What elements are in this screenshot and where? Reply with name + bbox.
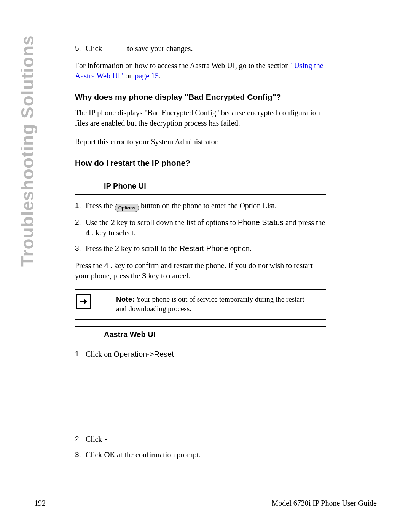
body-text: Click — [86, 44, 104, 53]
body-text: to save your changes. — [127, 44, 193, 53]
divider — [75, 319, 326, 320]
body-text: Click — [86, 451, 104, 459]
paragraph: Press the 4 . key to confirm and restart… — [75, 260, 326, 281]
body-text: Click on — [86, 350, 113, 358]
list-item: 2. Click — [75, 434, 326, 444]
list-marker: 1. — [75, 349, 81, 359]
web-ui-steps: 1. Click on Operation->Reset — [75, 349, 326, 359]
section-bar-aastra-web-ui: Aastra Web UI — [75, 326, 326, 343]
list-item: 1. Press the Options button on the phone… — [75, 201, 326, 212]
body-text: Press the — [86, 244, 115, 252]
body-text: at the confirmation prompt. — [115, 451, 201, 459]
ui-label: Restart Phone — [180, 244, 228, 252]
divider — [75, 289, 326, 290]
list-item: 2. Use the 2 key to scroll down the list… — [75, 217, 326, 238]
body-text: For information on how to access the Aas… — [75, 61, 291, 70]
list-item: 1. Click on Operation->Reset — [75, 349, 326, 359]
heading-restart-ip-phone: How do I restart the IP phone? — [75, 158, 326, 168]
ip-phone-steps: 1. Press the Options button on the phone… — [75, 201, 326, 254]
body-text: Press the — [86, 201, 115, 210]
paragraph: For information on how to access the Aas… — [75, 61, 326, 81]
link-page-15[interactable]: page 15 — [135, 72, 159, 80]
body-text: Click — [86, 435, 104, 443]
step-list-continued: 5. Click to save your changes. — [75, 43, 326, 54]
section-title: Aastra Web UI — [95, 329, 155, 340]
body-text: Press the — [75, 261, 104, 270]
body-text: key to cancel. — [146, 272, 190, 280]
list-marker: 2. — [75, 434, 81, 444]
body-text: Use the — [86, 218, 111, 227]
list-marker: 1. — [75, 201, 81, 211]
body-text: . key to confirm and restart the phone. … — [75, 261, 313, 280]
ui-label: OK — [104, 451, 115, 459]
screenshot-placeholder — [75, 365, 326, 432]
arrow-right-icon — [76, 294, 91, 309]
body-text: key to scroll down the list of options t… — [115, 218, 238, 227]
heading-bad-encrypted-config: Why does my phone display "Bad Encrypted… — [75, 92, 326, 102]
section-bar-ip-phone-ui: IP Phone UI — [75, 178, 326, 195]
body-text: option. — [228, 244, 252, 252]
ui-label: Phone Status — [238, 218, 284, 227]
page-number: 192 — [34, 499, 46, 508]
list-marker: 3. — [75, 450, 81, 460]
list-marker: 3. — [75, 243, 81, 253]
note-text: Your phone is out of service temporarily… — [116, 295, 304, 313]
paragraph: Report this error to your System Adminis… — [75, 137, 326, 147]
section-title: IP Phone UI — [95, 181, 146, 191]
paragraph: The IP phone displays "Bad Encrypted Con… — [75, 108, 326, 128]
web-ui-steps-continued: 2. Click 3. Click OK at the confirmation… — [75, 434, 326, 460]
document-title: Model 6730i IP Phone User Guide — [272, 499, 377, 508]
body-text: . key to select. — [90, 228, 135, 237]
key-label: 2 — [115, 244, 119, 252]
side-section-label: Troubleshooting Solutions — [17, 35, 38, 267]
body-text: . — [159, 72, 161, 80]
page-content: 5. Click to save your changes. For infor… — [75, 41, 326, 465]
key-label: 4 — [86, 228, 90, 237]
key-label: 2 — [111, 218, 115, 227]
document-page: Troubleshooting Solutions 5. Click to sa… — [0, 0, 411, 532]
footer-rule — [34, 497, 377, 497]
body-text: on — [123, 72, 135, 80]
body-text: button on the phone to enter the Option … — [141, 201, 276, 210]
ui-label: Operation->Reset — [113, 350, 174, 358]
body-text: key to scroll to the — [119, 244, 180, 252]
body-text: and press the — [284, 218, 325, 227]
key-label: 3 — [142, 272, 146, 280]
list-item: 3. Click OK at the confirmation prompt. — [75, 450, 326, 460]
list-marker: 2. — [75, 217, 81, 227]
list-marker: 5. — [75, 43, 81, 53]
list-item: 5. Click to save your changes. — [75, 43, 326, 54]
section-icon-placeholder — [77, 179, 91, 193]
section-icon-placeholder — [77, 328, 91, 342]
list-item: 3. Press the 2 key to scroll to the Rest… — [75, 243, 326, 254]
key-label: 4 — [104, 261, 108, 270]
note-block: Note: Your phone is out of service tempo… — [75, 294, 326, 317]
placeholder-dot — [105, 439, 107, 440]
options-button-icon: Options — [115, 204, 139, 212]
page-footer: 192 Model 6730i IP Phone User Guide — [34, 497, 377, 508]
note-label: Note: — [116, 295, 135, 303]
